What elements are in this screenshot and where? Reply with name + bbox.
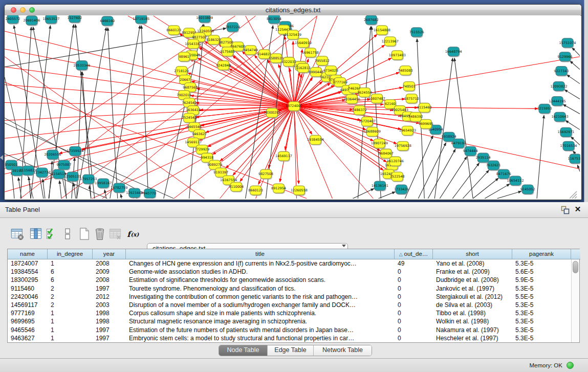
cell[interactable]: Tibbo et al. (1998): [433, 309, 512, 317]
function-builder-icon[interactable]: f(x): [126, 227, 140, 241]
cell[interactable]: 1997: [93, 326, 126, 334]
new-table-icon[interactable]: [77, 227, 92, 241]
cell[interactable]: Dudbridge et al. (2008): [433, 276, 512, 284]
cell[interactable]: 9699695: [8, 317, 48, 325]
cell[interactable]: 5.3E-5: [512, 334, 571, 342]
cell[interactable]: Genome-wide association studies in ADHD.: [126, 268, 395, 276]
graph-node[interactable]: 16210643: [552, 112, 569, 122]
cell[interactable]: 5.9E-5: [512, 276, 571, 284]
graph-node[interactable]: 9115460: [417, 103, 432, 114]
cell[interactable]: 49: [395, 259, 433, 268]
table-row[interactable]: 1938455462009Genome-wide association stu…: [8, 268, 572, 276]
graph-node[interactable]: 12923448: [126, 188, 143, 199]
table-row[interactable]: 946554611997Estimation of the future num…: [8, 326, 572, 334]
cell[interactable]: 9465546: [8, 326, 48, 334]
cell[interactable]: Corpus callosum shape and size in male p…: [126, 309, 395, 317]
network-view-window[interactable]: citations_edges.txt 18724007240557220691…: [4, 4, 582, 200]
table-settings-icon[interactable]: [10, 227, 25, 241]
cell[interactable]: 0: [395, 285, 433, 293]
cell[interactable]: 9463627: [8, 334, 48, 342]
cell[interactable]: Structural magnetic resonance image aver…: [126, 317, 395, 325]
graph-node[interactable]: 17016534: [560, 141, 577, 151]
cell[interactable]: 1998: [93, 317, 126, 325]
window-resize-grip[interactable]: [570, 191, 577, 199]
table-row[interactable]: 2242004622012Investigating the contribut…: [8, 293, 572, 301]
cell[interactable]: 2: [48, 285, 93, 293]
graph-node[interactable]: 14136141: [372, 181, 388, 191]
panel-collapse-arrow-icon[interactable]: [0, 155, 3, 160]
cell[interactable]: 1997: [93, 285, 126, 293]
cell[interactable]: Nakamura et al. (1997): [433, 326, 512, 334]
cell[interactable]: 0: [395, 326, 433, 334]
cell[interactable]: 0: [395, 268, 433, 276]
graph-node[interactable]: 8454749: [243, 46, 258, 56]
graph-node[interactable]: 1588520: [269, 54, 284, 64]
graph-node[interactable]: 8912954: [271, 184, 286, 194]
table-column-icon[interactable]: [29, 227, 43, 241]
cell[interactable]: Wolkin et al. (1998): [433, 317, 512, 325]
delete-column-icon-disabled[interactable]: [108, 227, 122, 241]
cell[interactable]: 0: [395, 309, 433, 317]
graph-node[interactable]: 18907249: [371, 139, 388, 149]
float-panel-icon[interactable]: [561, 206, 570, 214]
graph-node[interactable]: 7485083: [398, 66, 413, 76]
graph-node[interactable]: 9245052: [520, 185, 535, 195]
cell[interactable]: 0: [395, 276, 433, 284]
graph-node[interactable]: 7857224: [225, 23, 240, 33]
cell[interactable]: 1: [48, 326, 93, 334]
graph-node[interactable]: 19654923: [399, 126, 416, 136]
column-header-pagerank[interactable]: pagerank: [512, 249, 571, 259]
graph-node[interactable]: 19756928: [395, 141, 411, 151]
delete-table-icon[interactable]: [93, 227, 107, 241]
graph-node[interactable]: 20206556: [44, 150, 61, 160]
graph-node[interactable]: 2687682: [364, 15, 379, 26]
cell[interactable]: 14569117: [8, 301, 48, 309]
close-panel-icon[interactable]: ✕: [574, 205, 582, 214]
cell[interactable]: 9115460: [8, 285, 48, 293]
graph-node[interactable]: 15720407: [359, 117, 376, 127]
network-canvas[interactable]: 1872400724055722069140610653527152760264…: [5, 15, 580, 199]
graph-node[interactable]: 2405572: [6, 15, 20, 25]
graph-node[interactable]: 1527602: [67, 15, 82, 24]
cell[interactable]: 5.3E-5: [512, 317, 571, 325]
table-row[interactable]: 946362711997Embryonic stem cells: a mode…: [8, 334, 572, 342]
graph-node[interactable]: 12093822: [551, 82, 568, 92]
graph-node[interactable]: 16033809: [196, 15, 213, 24]
graph-node[interactable]: 16961758: [302, 48, 319, 58]
table-row[interactable]: 911546021997Tourette syndrome. Phenomeno…: [8, 285, 572, 293]
graph-node[interactable]: 10688609: [364, 127, 381, 137]
cell[interactable]: 0: [395, 293, 433, 301]
graph-node[interactable]: 16648794: [445, 47, 462, 57]
cell[interactable]: 2003: [93, 301, 126, 309]
cell[interactable]: Tourette syndrome. Phenomenology and cla…: [126, 285, 395, 293]
vertical-scrollbar[interactable]: [571, 259, 579, 342]
graph-node[interactable]: 1875710: [404, 94, 419, 104]
column-header-short[interactable]: short: [433, 249, 512, 259]
graph-node[interactable]: 748503: [403, 82, 416, 92]
cell[interactable]: 9777169: [8, 309, 48, 317]
table-row[interactable]: 1456911722003Disruption of a novel membe…: [8, 301, 572, 309]
cell[interactable]: Embryonic stem cells: a model to study s…: [126, 334, 395, 342]
table-row[interactable]: 977716911998Corpus callosum shape and si…: [8, 309, 572, 317]
cell[interactable]: 19384554: [8, 268, 48, 276]
cell[interactable]: Jankovic et al. (1997): [433, 285, 512, 293]
graph-node[interactable]: 9699695: [419, 119, 433, 129]
graph-node[interactable]: 8660123: [166, 26, 181, 36]
graph-node[interactable]: 10653527: [42, 15, 59, 25]
cell[interactable]: Estimation of significance thresholds fo…: [126, 276, 395, 284]
cell[interactable]: 1: [48, 309, 93, 317]
cell[interactable]: 1998: [93, 309, 126, 317]
cell[interactable]: Hescheler et al. (1997): [433, 334, 512, 342]
cell[interactable]: 2008: [93, 276, 126, 284]
memory-status-icon[interactable]: [567, 362, 574, 369]
cell[interactable]: Franke et al. (2009): [433, 268, 512, 276]
cell[interactable]: Disruption of a novel member of a sodium…: [126, 301, 395, 309]
cell[interactable]: Yano et al. (2008): [433, 259, 512, 268]
graph-node[interactable]: 945770: [143, 189, 156, 199]
graph-node[interactable]: 7524542: [182, 113, 197, 123]
column-header-title[interactable]: title: [126, 249, 395, 259]
scrollbar-thumb[interactable]: [573, 261, 578, 273]
graph-node[interactable]: 12260558: [291, 186, 308, 196]
graph-node[interactable]: 9110004: [229, 182, 244, 192]
cell[interactable]: 5.3E-5: [512, 309, 571, 317]
